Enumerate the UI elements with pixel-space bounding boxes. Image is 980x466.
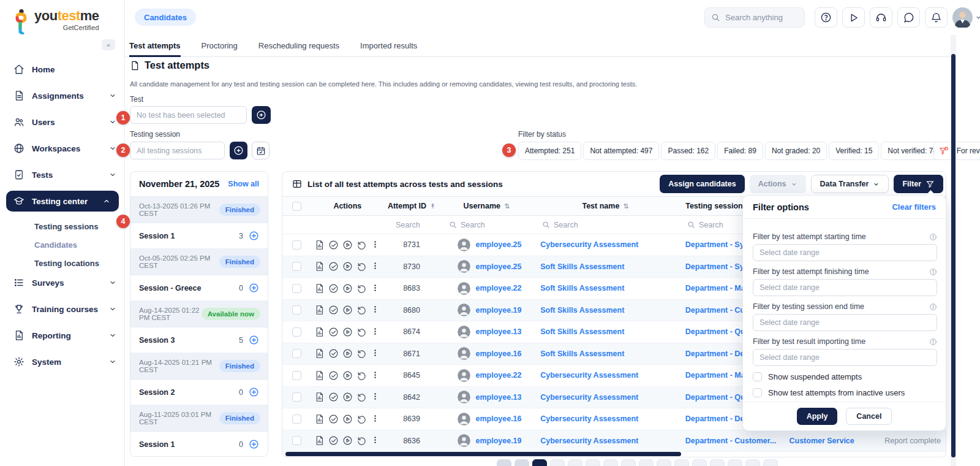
add-candidate-button[interactable] [249,283,259,293]
help-button[interactable] [815,7,837,28]
play-icon[interactable] [342,414,353,424]
username-link[interactable]: employee.25 [475,262,521,271]
more-icon[interactable] [371,370,381,381]
test-name-link[interactable]: Cybersecurity Assessment [540,393,638,402]
column-search[interactable] [383,216,440,234]
global-search-input[interactable] [725,13,796,22]
report-icon[interactable] [314,305,325,315]
play-icon[interactable] [342,327,353,337]
row-checkbox[interactable] [292,305,301,315]
actions-button[interactable]: Actions [750,175,806,193]
retake-icon[interactable] [356,435,367,446]
data-transfer-button[interactable]: Data Transfer [811,175,889,193]
tab-test-attempts[interactable]: Test attempts [129,34,181,56]
more-icon[interactable] [371,392,381,402]
verify-icon[interactable] [328,261,339,272]
verify-icon[interactable] [328,370,339,381]
verify-icon[interactable] [328,240,339,250]
more-icon[interactable] [371,305,381,315]
column-header-attempt-id[interactable]: Attempt ID↟ [383,197,440,215]
column-header-username[interactable]: Username⇅ [440,197,533,215]
username-link[interactable]: employee.16 [475,414,521,423]
row-checkbox[interactable] [292,414,301,424]
video-tutorials-button[interactable] [842,7,865,28]
session-row[interactable]: Session 20 [130,380,268,405]
username-link[interactable]: employee.16 [475,350,521,358]
retake-icon[interactable] [356,392,367,402]
row-checkbox[interactable] [292,349,301,358]
sidebar-item-home[interactable]: Home [0,59,125,80]
sidebar-collapse-button[interactable]: « [102,39,115,50]
location-link[interactable]: Customer Service [789,437,854,445]
play-icon[interactable] [342,261,353,272]
username-link[interactable]: employee.22 [475,371,521,380]
row-checkbox[interactable] [292,371,301,380]
verify-icon[interactable] [328,348,339,359]
sidebar-item-testing-locations[interactable]: Testing locations [0,254,125,272]
more-icon[interactable] [371,414,381,424]
test-name-link[interactable]: Soft Skills Assessment [540,327,624,336]
session-name-link[interactable]: Department - Customer... [685,437,777,445]
assign-candidates-button[interactable]: Assign candidates [660,175,744,193]
sidebar-item-testing-sessions[interactable]: Testing sessions [0,217,125,235]
retake-icon[interactable] [356,240,367,250]
vertical-scrollbar[interactable] [951,54,956,457]
retake-icon[interactable] [356,305,367,315]
checkbox[interactable] [753,372,762,381]
column-header-test-name[interactable]: Test name⇅ [533,197,678,215]
username-link[interactable]: employee.25 [475,240,521,249]
tab-imported-results[interactable]: Imported results [360,34,417,56]
page-button[interactable] [710,459,725,466]
page-button[interactable] [692,459,707,466]
add-test-button[interactable] [252,106,271,124]
report-icon[interactable] [314,370,325,381]
show-all-link[interactable]: Show all [228,180,259,188]
column-search-input[interactable] [554,221,603,229]
status-chip[interactable]: Failed: 89 [717,142,763,160]
page-button[interactable] [639,459,654,466]
support-button[interactable] [870,7,892,28]
test-name-link[interactable]: Cybersecurity Assessment [540,414,638,423]
status-chip[interactable]: Not graded: 20 [765,142,827,160]
report-icon[interactable] [314,392,325,402]
page-button[interactable] [763,459,778,466]
retake-icon[interactable] [356,348,367,359]
filter-button[interactable]: Filter [894,175,943,193]
verify-icon[interactable] [328,435,339,446]
status-chip[interactable]: Attempted: 251 [518,142,581,160]
user-menu[interactable] [952,7,980,28]
play-icon[interactable] [342,392,353,402]
column-search-input[interactable] [396,221,445,229]
verify-icon[interactable] [328,283,339,294]
status-chip[interactable]: Passed: 162 [661,142,715,160]
session-row[interactable]: Session 35 [130,327,268,353]
page-button[interactable] [514,459,529,466]
verify-icon[interactable] [328,414,339,424]
row-checkbox[interactable] [292,240,301,250]
more-icon[interactable] [371,261,381,272]
test-name-link[interactable]: Soft Skills Assessment [540,306,624,315]
notifications-button[interactable] [925,7,948,28]
filter-checkbox-2[interactable]: Show test attempts from inactive users [753,388,905,397]
date-range-input[interactable] [753,314,937,331]
more-icon[interactable] [371,240,381,250]
add-candidate-button[interactable] [249,335,259,345]
add-session-button[interactable] [230,142,247,159]
more-icon[interactable] [371,327,381,337]
column-search[interactable] [440,216,533,234]
sidebar-item-tests[interactable]: Tests [0,164,125,185]
sidebar-item-users[interactable]: Users [0,112,125,132]
test-name-link[interactable]: Soft Skills Assessment [540,350,624,358]
breadcrumb[interactable]: Candidates [135,9,196,26]
report-icon[interactable] [314,414,325,424]
page-button-current[interactable] [532,459,547,466]
test-name-link[interactable]: Soft Skills Assessment [540,284,624,292]
play-icon[interactable] [342,370,353,381]
page-button[interactable] [621,459,636,466]
add-candidate-button[interactable] [249,387,259,397]
more-icon[interactable] [371,283,381,294]
verify-icon[interactable] [328,327,339,337]
session-row[interactable]: Session 13 [130,223,268,249]
session-select-input[interactable] [130,142,225,159]
page-button[interactable] [674,459,689,466]
